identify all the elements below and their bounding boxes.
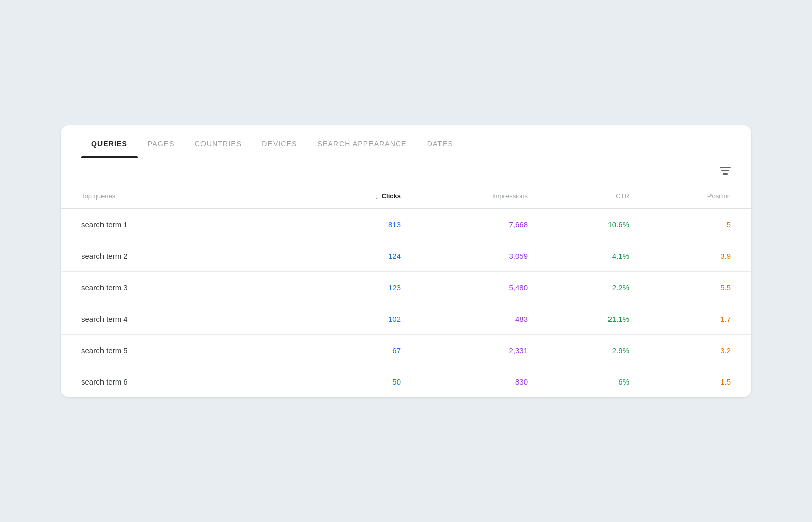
cell-impressions-2: 5,480 [401,283,528,292]
cell-query-2: search term 3 [81,283,299,292]
cell-ctr-2: 2.2% [528,283,629,292]
cell-ctr-4: 2.9% [528,346,629,355]
cell-query-5: search term 6 [81,377,299,386]
cell-position-3: 1.7 [629,315,731,323]
cell-impressions-1: 3,059 [401,252,528,260]
cell-ctr-0: 10.6% [528,220,629,229]
main-card: QUERIESPAGESCOUNTRIESDEVICESSEARCH APPEA… [61,125,751,397]
tab-dates[interactable]: DATES [417,125,463,158]
tab-bar: QUERIESPAGESCOUNTRIESDEVICESSEARCH APPEA… [61,125,751,158]
col-impressions-header: Impressions [401,192,528,200]
cell-clicks-3: 102 [299,315,401,323]
cell-impressions-0: 7,668 [401,220,528,229]
cell-clicks-5: 50 [299,377,401,386]
cell-position-1: 3.9 [629,252,731,260]
cell-impressions-4: 2,331 [401,346,528,355]
cell-impressions-3: 483 [401,315,528,323]
table-row: search term 4 102 483 21.1% 1.7 [61,303,751,335]
cell-position-5: 1.5 [629,377,731,386]
table-row: search term 2 124 3,059 4.1% 3.9 [61,240,751,272]
cell-ctr-3: 21.1% [528,315,629,323]
cell-position-0: 5 [629,220,731,229]
cell-query-4: search term 5 [81,346,299,355]
tab-search-appearance[interactable]: SEARCH APPEARANCE [308,125,417,158]
col-clicks-header[interactable]: ↓ Clicks [299,192,401,200]
filter-bar [61,158,751,184]
cell-impressions-5: 830 [401,377,528,386]
cell-position-2: 5.5 [629,283,731,292]
table-header: Top queries ↓ Clicks Impressions CTR Pos… [61,184,751,209]
table-row: search term 6 50 830 6% 1.5 [61,366,751,397]
filter-button[interactable] [720,167,731,175]
col-query-header: Top queries [81,192,299,200]
tab-queries[interactable]: QUERIES [81,125,138,158]
tab-countries[interactable]: COUNTRIES [185,125,252,158]
col-position-header: Position [629,192,731,200]
cell-clicks-4: 67 [299,346,401,355]
table-row: search term 5 67 2,331 2.9% 3.2 [61,335,751,366]
cell-clicks-1: 124 [299,252,401,260]
cell-ctr-1: 4.1% [528,252,629,260]
table-row: search term 3 123 5,480 2.2% 5.5 [61,272,751,303]
tab-devices[interactable]: DEVICES [252,125,307,158]
cell-ctr-5: 6% [528,377,629,386]
table-row: search term 1 813 7,668 10.6% 5 [61,209,751,240]
col-ctr-header: CTR [528,192,629,200]
cell-position-4: 3.2 [629,346,731,355]
sort-arrow-icon: ↓ [375,192,379,200]
cell-clicks-0: 813 [299,220,401,229]
cell-query-0: search term 1 [81,220,299,229]
cell-clicks-2: 123 [299,283,401,292]
cell-query-3: search term 4 [81,315,299,323]
table-body: search term 1 813 7,668 10.6% 5 search t… [61,209,751,397]
cell-query-1: search term 2 [81,252,299,260]
tab-pages[interactable]: PAGES [138,125,185,158]
